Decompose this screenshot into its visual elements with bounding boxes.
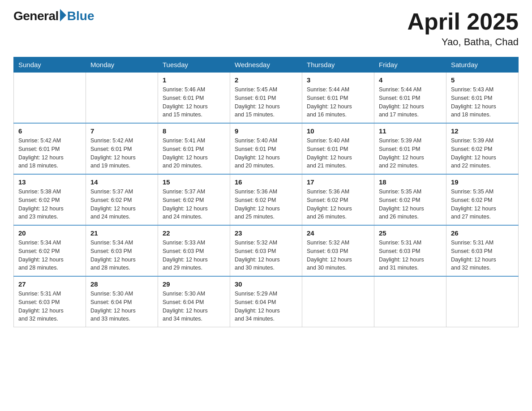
calendar-cell: 28Sunrise: 5:30 AM Sunset: 6:04 PM Dayli… (86, 276, 158, 327)
day-number: 3 (307, 76, 369, 84)
day-number: 22 (163, 229, 225, 237)
day-info: Sunrise: 5:43 AM Sunset: 6:01 PM Dayligh… (451, 86, 514, 119)
day-number: 14 (90, 178, 153, 186)
calendar-cell: 30Sunrise: 5:29 AM Sunset: 6:04 PM Dayli… (230, 276, 302, 327)
day-number: 9 (235, 127, 297, 135)
day-info: Sunrise: 5:39 AM Sunset: 6:01 PM Dayligh… (379, 137, 442, 170)
header-saturday: Saturday (446, 57, 519, 73)
day-info: Sunrise: 5:30 AM Sunset: 6:04 PM Dayligh… (90, 290, 153, 323)
day-number: 27 (18, 280, 81, 288)
header-wednesday: Wednesday (230, 57, 302, 73)
calendar-cell: 19Sunrise: 5:35 AM Sunset: 6:02 PM Dayli… (446, 174, 519, 225)
calendar-cell (302, 276, 374, 327)
calendar-location: Yao, Batha, Chad (407, 36, 519, 48)
calendar-cell: 14Sunrise: 5:37 AM Sunset: 6:02 PM Dayli… (86, 174, 158, 225)
header-thursday: Thursday (302, 57, 374, 73)
calendar-cell: 23Sunrise: 5:32 AM Sunset: 6:03 PM Dayli… (230, 225, 302, 276)
calendar-cell: 25Sunrise: 5:31 AM Sunset: 6:03 PM Dayli… (374, 225, 446, 276)
day-info: Sunrise: 5:36 AM Sunset: 6:02 PM Dayligh… (235, 188, 297, 221)
day-info: Sunrise: 5:37 AM Sunset: 6:02 PM Dayligh… (163, 188, 225, 221)
day-number: 11 (379, 127, 442, 135)
day-info: Sunrise: 5:30 AM Sunset: 6:04 PM Dayligh… (163, 290, 225, 323)
calendar-cell: 29Sunrise: 5:30 AM Sunset: 6:04 PM Dayli… (158, 276, 230, 327)
day-number: 10 (307, 127, 369, 135)
header-friday: Friday (374, 57, 446, 73)
day-info: Sunrise: 5:37 AM Sunset: 6:02 PM Dayligh… (90, 188, 153, 221)
calendar-cell (86, 73, 158, 124)
day-number: 1 (163, 76, 225, 84)
calendar-cell: 24Sunrise: 5:32 AM Sunset: 6:03 PM Dayli… (302, 225, 374, 276)
day-info: Sunrise: 5:34 AM Sunset: 6:03 PM Dayligh… (90, 239, 153, 272)
day-number: 19 (451, 178, 514, 186)
day-number: 12 (451, 127, 514, 135)
day-number: 4 (379, 76, 442, 84)
calendar-cell (374, 276, 446, 327)
day-info: Sunrise: 5:35 AM Sunset: 6:02 PM Dayligh… (379, 188, 442, 221)
day-number: 26 (451, 229, 514, 237)
day-info: Sunrise: 5:31 AM Sunset: 6:03 PM Dayligh… (18, 290, 81, 323)
day-info: Sunrise: 5:46 AM Sunset: 6:01 PM Dayligh… (163, 86, 225, 119)
day-info: Sunrise: 5:42 AM Sunset: 6:01 PM Dayligh… (18, 137, 81, 170)
week-row-5: 27Sunrise: 5:31 AM Sunset: 6:03 PM Dayli… (14, 276, 519, 327)
day-info: Sunrise: 5:29 AM Sunset: 6:04 PM Dayligh… (235, 290, 297, 323)
day-info: Sunrise: 5:34 AM Sunset: 6:02 PM Dayligh… (18, 239, 81, 272)
day-number: 28 (90, 280, 153, 288)
day-number: 16 (235, 178, 297, 186)
day-number: 23 (235, 229, 297, 237)
calendar-cell: 1Sunrise: 5:46 AM Sunset: 6:01 PM Daylig… (158, 73, 230, 124)
calendar-title: April 2025 (407, 9, 519, 34)
day-info: Sunrise: 5:32 AM Sunset: 6:03 PM Dayligh… (235, 239, 297, 272)
day-info: Sunrise: 5:31 AM Sunset: 6:03 PM Dayligh… (451, 239, 514, 272)
day-number: 5 (451, 76, 514, 84)
header-sunday: Sunday (14, 57, 86, 73)
calendar-cell: 16Sunrise: 5:36 AM Sunset: 6:02 PM Dayli… (230, 174, 302, 225)
day-info: Sunrise: 5:40 AM Sunset: 6:01 PM Dayligh… (235, 137, 297, 170)
calendar-cell: 15Sunrise: 5:37 AM Sunset: 6:02 PM Dayli… (158, 174, 230, 225)
day-info: Sunrise: 5:45 AM Sunset: 6:01 PM Dayligh… (235, 86, 297, 119)
calendar-cell: 22Sunrise: 5:33 AM Sunset: 6:03 PM Dayli… (158, 225, 230, 276)
calendar-table: SundayMondayTuesdayWednesdayThursdayFrid… (13, 57, 519, 327)
day-info: Sunrise: 5:36 AM Sunset: 6:02 PM Dayligh… (307, 188, 369, 221)
day-info: Sunrise: 5:44 AM Sunset: 6:01 PM Dayligh… (379, 86, 442, 119)
day-info: Sunrise: 5:33 AM Sunset: 6:03 PM Dayligh… (163, 239, 225, 272)
day-number: 17 (307, 178, 369, 186)
calendar-cell: 20Sunrise: 5:34 AM Sunset: 6:02 PM Dayli… (14, 225, 86, 276)
calendar-cell: 9Sunrise: 5:40 AM Sunset: 6:01 PM Daylig… (230, 123, 302, 174)
calendar-cell: 8Sunrise: 5:41 AM Sunset: 6:01 PM Daylig… (158, 123, 230, 174)
day-number: 6 (18, 127, 81, 135)
day-info: Sunrise: 5:42 AM Sunset: 6:01 PM Dayligh… (90, 137, 153, 170)
week-row-1: 1Sunrise: 5:46 AM Sunset: 6:01 PM Daylig… (14, 73, 519, 124)
calendar-cell: 17Sunrise: 5:36 AM Sunset: 6:02 PM Dayli… (302, 174, 374, 225)
day-info: Sunrise: 5:44 AM Sunset: 6:01 PM Dayligh… (307, 86, 369, 119)
day-number: 21 (90, 229, 153, 237)
day-info: Sunrise: 5:41 AM Sunset: 6:01 PM Dayligh… (163, 137, 225, 170)
day-info: Sunrise: 5:40 AM Sunset: 6:01 PM Dayligh… (307, 137, 369, 170)
day-number: 7 (90, 127, 153, 135)
week-row-4: 20Sunrise: 5:34 AM Sunset: 6:02 PM Dayli… (14, 225, 519, 276)
calendar-cell (446, 276, 519, 327)
calendar-cell: 27Sunrise: 5:31 AM Sunset: 6:03 PM Dayli… (14, 276, 86, 327)
header-monday: Monday (86, 57, 158, 73)
day-number: 29 (163, 280, 225, 288)
week-row-2: 6Sunrise: 5:42 AM Sunset: 6:01 PM Daylig… (14, 123, 519, 174)
calendar-cell: 4Sunrise: 5:44 AM Sunset: 6:01 PM Daylig… (374, 73, 446, 124)
day-number: 25 (379, 229, 442, 237)
calendar-cell: 12Sunrise: 5:39 AM Sunset: 6:02 PM Dayli… (446, 123, 519, 174)
day-number: 24 (307, 229, 369, 237)
calendar-cell: 2Sunrise: 5:45 AM Sunset: 6:01 PM Daylig… (230, 73, 302, 124)
day-number: 13 (18, 178, 81, 186)
calendar-header-row: SundayMondayTuesdayWednesdayThursdayFrid… (14, 57, 519, 73)
day-number: 20 (18, 229, 81, 237)
logo-general-text: General (13, 9, 59, 23)
title-block: April 2025 Yao, Batha, Chad (407, 9, 519, 48)
day-number: 30 (235, 280, 297, 288)
logo: General Blue (13, 9, 94, 23)
calendar-cell: 13Sunrise: 5:38 AM Sunset: 6:02 PM Dayli… (14, 174, 86, 225)
day-number: 2 (235, 76, 297, 84)
week-row-3: 13Sunrise: 5:38 AM Sunset: 6:02 PM Dayli… (14, 174, 519, 225)
day-info: Sunrise: 5:39 AM Sunset: 6:02 PM Dayligh… (451, 137, 514, 170)
page-header: General Blue April 2025 Yao, Batha, Chad (13, 9, 519, 48)
calendar-cell: 10Sunrise: 5:40 AM Sunset: 6:01 PM Dayli… (302, 123, 374, 174)
calendar-cell: 5Sunrise: 5:43 AM Sunset: 6:01 PM Daylig… (446, 73, 519, 124)
day-info: Sunrise: 5:32 AM Sunset: 6:03 PM Dayligh… (307, 239, 369, 272)
